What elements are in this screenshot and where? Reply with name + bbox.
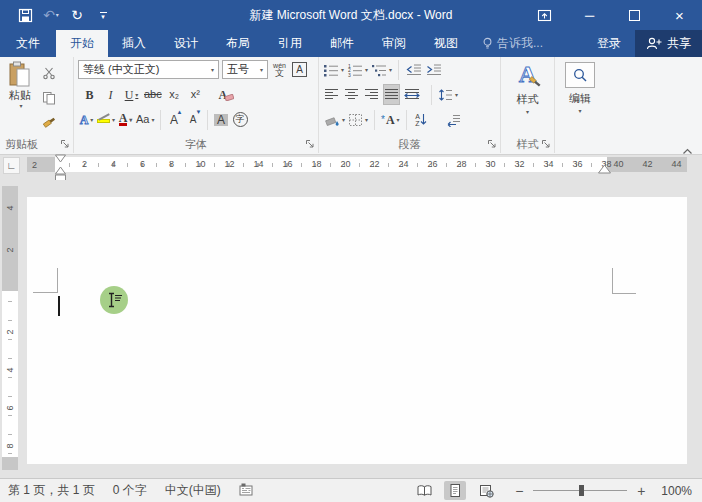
styles-dialog-launcher[interactable] [541,139,551,151]
character-shading-button[interactable]: A [213,109,230,130]
font-size-combo[interactable]: 五号 ▾ [222,60,268,79]
tab-file[interactable]: 文件 [0,30,56,57]
decrease-indent-button[interactable] [405,59,422,80]
styles-button-label: 样式 [517,92,539,107]
distribute-text-button[interactable] [403,84,420,105]
indent-markers[interactable] [54,154,67,183]
font-group: 等线 (中文正文) ▾ 五号 ▾ wén 文 A B I U▾ abc x₂ [74,57,319,153]
text-highlight-button[interactable]: ▾ [97,109,115,130]
show-hide-marks-button[interactable] [445,109,462,130]
subscript-button[interactable]: x₂ [166,84,183,105]
zoom-slider[interactable] [533,481,627,500]
copy-button[interactable] [40,87,57,108]
ruler-number: 10 [186,157,215,172]
share-button[interactable]: 共享 [635,30,702,57]
chevron-down-icon: ▾ [211,67,214,73]
justify-button[interactable] [383,84,400,105]
undo-button[interactable]: ↶▾ [38,2,64,28]
text-effects-button[interactable]: A▾ [78,109,95,130]
grow-font-button[interactable]: A▲ [166,109,183,130]
hanging-indent-marker[interactable] [56,167,66,174]
tab-selector-button[interactable]: ∟ [3,157,20,174]
tab-view[interactable]: 视图 [420,30,472,57]
bullets-button[interactable]: ▾ [323,59,344,80]
change-case-button[interactable]: Aa▾ [136,109,154,130]
window-controls: ─ × [522,0,702,30]
customize-qat-button[interactable]: ▾ [90,2,116,28]
align-left-button[interactable] [323,84,340,105]
strikethrough-button[interactable]: abc [144,84,162,105]
enclose-characters-button[interactable]: 字 [232,109,249,130]
zoom-level[interactable]: 100% [661,484,692,498]
paragraph-dialog-launcher[interactable] [487,139,497,151]
italic-button[interactable]: I [102,84,119,105]
redo-button[interactable]: ↻ [64,2,90,28]
underline-button[interactable]: U▾ [123,84,140,105]
ruler-band: ∟ 2 2468101214161820222426283032343638 4… [0,155,702,180]
tab-mailings[interactable]: 邮件 [316,30,368,57]
tab-layout[interactable]: 布局 [212,30,264,57]
read-mode-button[interactable] [413,481,435,500]
language-indicator[interactable]: 中文(中国) [165,482,221,499]
editing-button[interactable]: 编辑 ▾ [555,57,605,114]
borders-button[interactable]: ▾ [348,109,368,130]
tab-insert[interactable]: 插入 [108,30,160,57]
bold-button[interactable]: B [81,84,98,105]
word-count[interactable]: 0 个字 [113,482,147,499]
distributed-icon [404,88,420,101]
line-spacing-button[interactable]: ▾ [438,84,458,105]
clear-formatting-button[interactable]: A [218,84,235,105]
numbered-list-icon: 1 2 3 [347,63,363,77]
chevron-down-icon: ▾ [578,108,581,114]
tab-review[interactable]: 审阅 [368,30,420,57]
styles-button[interactable]: A 样式 ▾ [501,57,554,115]
align-right-button[interactable] [363,84,380,105]
zoom-out-button[interactable]: − [514,483,524,499]
print-layout-button[interactable] [444,481,466,500]
tab-home[interactable]: 开始 [56,30,108,57]
multilevel-list-button[interactable]: ▾ [371,59,392,80]
maximize-button[interactable] [612,0,657,30]
chevron-down-icon: ▾ [112,117,115,123]
styles-group: A 样式 ▾ 样式 [501,57,555,153]
first-line-indent-marker[interactable] [56,155,66,162]
phonetic-guide-button[interactable]: wén 文 [271,59,288,80]
tell-me-box[interactable]: 告诉我... [472,30,553,57]
document-page[interactable] [27,197,687,464]
sort-button[interactable]: A Z [413,109,430,130]
increase-indent-button[interactable] [425,59,442,80]
clipboard-dialog-launcher[interactable] [60,139,70,151]
font-dialog-launcher[interactable] [305,139,315,151]
font-color-button[interactable]: A▾ [117,109,134,130]
shading-button[interactable]: ▾ [323,109,345,130]
paste-button[interactable]: 粘贴 ▾ [0,61,40,132]
character-border-button[interactable]: A [291,59,308,80]
close-button[interactable]: × [657,0,702,30]
margin-corner-mark-left [33,268,58,293]
save-button[interactable] [12,2,38,28]
tab-references[interactable]: 引用 [264,30,316,57]
sign-in-button[interactable]: 登录 [583,30,635,57]
right-indent-marker[interactable] [598,165,611,174]
cut-button[interactable] [40,63,57,84]
web-layout-button[interactable] [475,481,497,500]
superscript-button[interactable]: x² [187,84,204,105]
borders-icon [348,113,363,127]
format-painter-button[interactable] [40,111,57,132]
dialog-launcher-icon [541,139,551,149]
vertical-ruler-margin-numbers: 42 [2,186,18,271]
decrease-indent-icon [406,63,422,77]
ribbon-display-options-button[interactable] [522,0,567,30]
shrink-font-button[interactable]: A▼ [185,109,202,130]
zoom-in-button[interactable]: + [636,483,646,499]
font-name-combo[interactable]: 等线 (中文正文) ▾ [78,60,219,79]
dialog-launcher-icon [305,139,315,149]
minimize-button[interactable]: ─ [567,0,612,30]
numbering-button[interactable]: 1 2 3 ▾ [347,59,368,80]
align-center-button[interactable] [343,84,360,105]
tab-design[interactable]: 设计 [160,30,212,57]
asian-layout-button[interactable]: * A ▾ [381,109,400,130]
page-indicator[interactable]: 第 1 页，共 1 页 [8,482,95,499]
zoom-slider-handle[interactable] [579,485,584,496]
proofing-status[interactable] [239,483,253,499]
